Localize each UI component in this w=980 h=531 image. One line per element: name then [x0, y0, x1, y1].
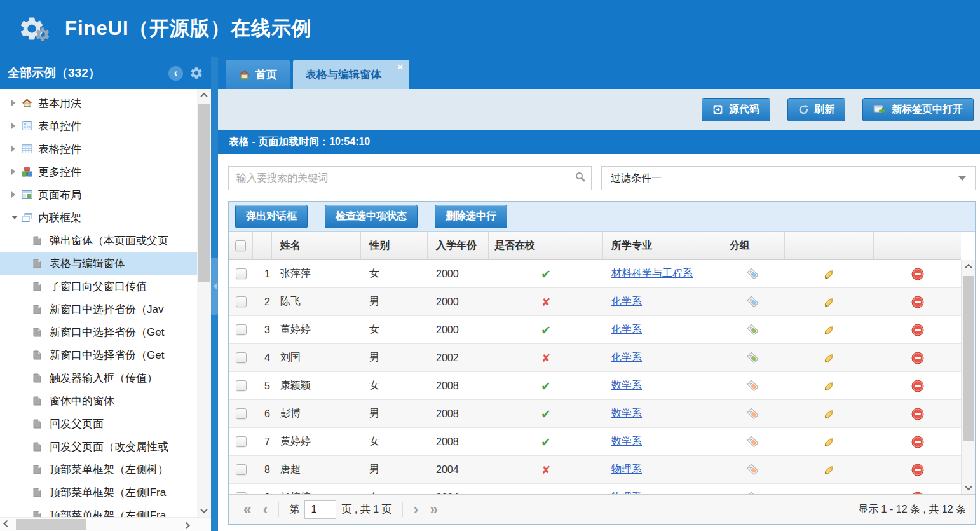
sidebar-item[interactable]: 窗体中的窗体	[0, 389, 197, 412]
scrollbar-thumb[interactable]	[198, 104, 210, 282]
cubes-icon	[22, 167, 36, 177]
edit-pencil-icon[interactable]	[823, 464, 836, 476]
scrollbar-thumb[interactable]	[16, 519, 86, 530]
edit-pencil-icon[interactable]	[823, 352, 836, 364]
close-icon[interactable]: ×	[397, 62, 403, 71]
check-selection-button[interactable]: 检查选中项状态	[325, 205, 418, 228]
chevron-right-icon[interactable]	[11, 146, 22, 152]
chevron-down-icon[interactable]	[11, 216, 22, 219]
major-link[interactable]: 物理系	[611, 491, 642, 494]
gear-icon[interactable]	[189, 66, 203, 80]
major-link[interactable]: 材料科学与工程系	[611, 267, 693, 280]
delete-row-icon[interactable]	[911, 296, 924, 308]
select-all-checkbox[interactable]	[235, 240, 246, 251]
delete-row-icon[interactable]	[911, 436, 924, 448]
first-page-icon[interactable]: «	[238, 502, 257, 517]
sidebar-item[interactable]: 顶部菜单框架（左侧树）	[0, 458, 197, 481]
row-checkbox[interactable]	[236, 324, 247, 335]
table-vertical-scrollbar[interactable]	[961, 260, 975, 494]
sidebar-item[interactable]: 表单控件	[0, 114, 197, 137]
page-number-input[interactable]	[304, 500, 336, 519]
major-link[interactable]: 化学系	[611, 323, 642, 336]
sidebar-splitter[interactable]	[211, 57, 218, 531]
sidebar-horizontal-scrollbar[interactable]	[0, 517, 211, 531]
sidebar-item[interactable]: 子窗口向父窗口传值	[0, 275, 197, 298]
edit-pencil-icon[interactable]	[823, 324, 836, 336]
record-count-summary: 显示 1 - 12 条 , 共 12 条	[858, 503, 966, 516]
scroll-down-icon[interactable]	[197, 504, 211, 517]
major-link[interactable]: 数学系	[611, 407, 642, 420]
sidebar-item[interactable]: 新窗口中选择省份（Get	[0, 343, 197, 366]
source-code-button[interactable]: 源代码	[702, 98, 770, 121]
sidebar-item[interactable]: 弹出窗体（本页面或父页	[0, 229, 197, 252]
sidebar-item[interactable]: 顶部菜单框架（左侧IFra	[0, 504, 197, 517]
sidebar-item[interactable]: 回发父页面（改变属性或	[0, 435, 197, 458]
row-checkbox[interactable]	[236, 380, 247, 391]
file-icon	[33, 350, 47, 360]
edit-pencil-icon[interactable]	[823, 492, 836, 495]
sidebar-item[interactable]: 页面布局	[0, 183, 197, 206]
sidebar-item[interactable]: 触发器输入框（传值）	[0, 366, 197, 389]
sidebar-item[interactable]: 更多控件	[0, 160, 197, 183]
scrollbar-thumb[interactable]	[963, 276, 974, 441]
scroll-left-icon[interactable]	[0, 518, 14, 531]
scroll-down-icon[interactable]	[962, 481, 975, 494]
scroll-up-icon[interactable]	[197, 89, 211, 102]
sidebar-item[interactable]: 新窗口中选择省份（Jav	[0, 298, 197, 321]
sidebar-item[interactable]: 基本用法	[0, 92, 197, 114]
row-checkbox[interactable]	[236, 492, 247, 494]
search-input[interactable]	[228, 166, 592, 190]
major-link[interactable]: 数学系	[611, 435, 642, 448]
edit-pencil-icon[interactable]	[823, 268, 836, 280]
refresh-button[interactable]: 刷新	[787, 98, 845, 121]
sidebar-item[interactable]: 顶部菜单框架（左侧IFra	[0, 481, 197, 504]
scroll-right-icon[interactable]	[179, 518, 193, 531]
previous-page-icon[interactable]: ‹	[257, 502, 274, 517]
row-checkbox[interactable]	[236, 464, 247, 475]
delete-row-icon[interactable]	[911, 380, 924, 392]
next-page-icon[interactable]: ›	[408, 502, 425, 517]
tab-home[interactable]: 首页	[226, 60, 290, 89]
sidebar-item[interactable]: 内联框架	[0, 206, 197, 229]
row-checkbox[interactable]	[236, 436, 247, 447]
sidebar-item[interactable]: 表格与编辑窗体	[0, 252, 197, 275]
sidebar-vertical-scrollbar[interactable]	[197, 89, 211, 517]
delete-row-icon[interactable]	[911, 408, 924, 420]
column-header-major: 所学专业	[603, 232, 721, 259]
sidebar-item[interactable]: 新窗口中选择省份（Get	[0, 321, 197, 343]
splitter-collapse-handle[interactable]	[211, 258, 218, 315]
collapse-sidebar-icon[interactable]: ‹	[168, 66, 183, 81]
sidebar-item[interactable]: 表格控件	[0, 137, 197, 160]
sidebar-item[interactable]: 回发父页面	[0, 412, 197, 435]
major-link[interactable]: 数学系	[611, 379, 642, 392]
edit-pencil-icon[interactable]	[823, 296, 836, 308]
chevron-right-icon[interactable]	[11, 100, 22, 106]
home-icon	[22, 98, 36, 108]
major-link[interactable]: 化学系	[611, 295, 642, 308]
delete-selected-button[interactable]: 删除选中行	[435, 205, 507, 228]
open-new-tab-button[interactable]: 新标签页中打开	[862, 98, 974, 121]
delete-row-icon[interactable]	[911, 464, 924, 476]
filter-dropdown[interactable]: 过滤条件一	[601, 166, 976, 190]
row-checkbox[interactable]	[236, 352, 247, 363]
major-link[interactable]: 化学系	[611, 351, 642, 364]
edit-pencil-icon[interactable]	[823, 408, 836, 420]
search-icon[interactable]	[576, 172, 583, 179]
row-checkbox[interactable]	[236, 408, 247, 419]
row-checkbox[interactable]	[236, 296, 247, 307]
delete-row-icon[interactable]	[911, 268, 924, 280]
tab-table-edit-window[interactable]: 表格与编辑窗体 ×	[293, 60, 409, 89]
delete-row-icon[interactable]	[911, 492, 924, 495]
major-link[interactable]: 物理系	[611, 463, 642, 476]
row-checkbox[interactable]	[236, 268, 247, 279]
delete-row-icon[interactable]	[911, 352, 924, 364]
scroll-up-icon[interactable]	[962, 260, 975, 273]
chevron-right-icon[interactable]	[11, 169, 22, 175]
open-dialog-button[interactable]: 弹出对话框	[235, 205, 308, 228]
chevron-right-icon[interactable]	[11, 123, 22, 129]
last-page-icon[interactable]: »	[424, 502, 444, 517]
edit-pencil-icon[interactable]	[823, 436, 836, 448]
chevron-right-icon[interactable]	[11, 191, 22, 198]
edit-pencil-icon[interactable]	[823, 380, 836, 392]
delete-row-icon[interactable]	[911, 324, 924, 336]
